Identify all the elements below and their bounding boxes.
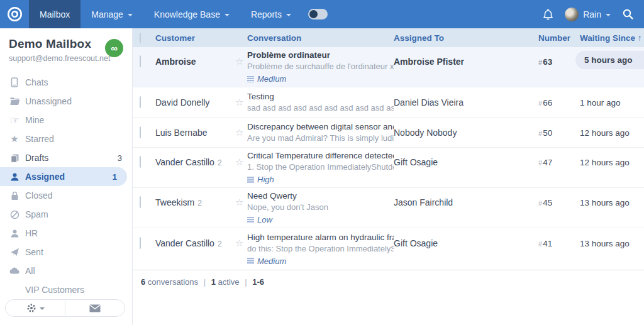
conversation-number: 50 [543, 128, 552, 138]
row-checkbox[interactable] [140, 156, 141, 168]
header-waiting-since[interactable]: Waiting Since ↑ [580, 33, 644, 43]
header-number[interactable]: Number [538, 33, 580, 43]
table-row[interactable]: David Donelly ☆ Testing sad asd asd asd … [133, 87, 644, 118]
row-checkbox[interactable] [140, 196, 141, 208]
assignee-name: Daniel Dias Vieira [394, 97, 464, 107]
sidebar-item-label: Closed [25, 190, 53, 201]
priority-tag[interactable]: Medium [247, 256, 394, 266]
nav-mailbox[interactable]: Mailbox [29, 0, 80, 28]
sidebar-item-hr[interactable]: HR [0, 224, 132, 243]
sidebar-item-label: HR [25, 228, 38, 238]
ban-icon [9, 209, 20, 220]
star-toggle[interactable]: ☆ [235, 97, 247, 108]
conversation-number: 66 [543, 98, 552, 107]
priority-label: Low [257, 215, 272, 224]
active-label[interactable]: active [218, 277, 240, 287]
conversation-number: 45 [543, 198, 552, 207]
connection-status-badge[interactable]: ∞ [105, 39, 123, 57]
sidebar-item-chats[interactable]: Chats [0, 73, 132, 92]
list-footer: 6 conversations | 1 active | 1-6 [133, 270, 644, 287]
sidebar-item-label: Chats [25, 77, 48, 87]
user-menu[interactable]: Rain [565, 8, 611, 21]
table-row[interactable]: Vander Castillo2 ☆ High temperature alar… [133, 228, 644, 270]
paper-plane-icon [9, 246, 20, 258]
sidebar-item-spam[interactable]: Spam [0, 205, 132, 224]
customer-name: David Donelly [155, 97, 209, 107]
star-toggle[interactable]: ☆ [235, 197, 247, 208]
row-checkbox[interactable] [140, 126, 141, 138]
assignee-name: Gift Osagie [394, 157, 438, 167]
sidebar-item-assigned[interactable]: Assigned 1 [0, 167, 127, 186]
gear-icon [26, 303, 36, 313]
conversation-preview: Problème de surchauffe de l'ordinateur x… [247, 62, 394, 71]
conversation-number: 41 [543, 239, 552, 248]
sidebar-item-label: Starred [25, 134, 54, 144]
person-icon [9, 228, 20, 239]
brand-logo[interactable] [0, 0, 29, 28]
nav-knowledge-base-label: Knowledge Base [154, 9, 220, 19]
sidebar-item-label: Mine [25, 115, 44, 125]
chevron-down-icon [128, 14, 133, 16]
phone-icon [9, 77, 20, 88]
waiting-since-badge: 5 hours ago [575, 50, 644, 69]
footer-separator: | [242, 277, 250, 287]
star-toggle[interactable]: ☆ [235, 157, 247, 168]
sidebar-item-closed[interactable]: Closed [0, 186, 132, 205]
priority-tag[interactable]: Medium [247, 74, 394, 84]
header-customer[interactable]: Customer [155, 33, 235, 43]
priority-tag[interactable]: High [247, 175, 394, 184]
table-row[interactable]: Tweekism2 ☆ Need Qwerty Nope, you don't … [133, 188, 644, 228]
priority-label: Medium [257, 256, 286, 266]
folder-count: 3 [117, 153, 122, 163]
table-row[interactable]: Luis Bernabe ☆ Discrepancy between digit… [133, 118, 644, 148]
chevron-down-icon [225, 14, 230, 16]
row-checkbox[interactable] [140, 55, 141, 67]
star-toggle[interactable]: ☆ [235, 56, 247, 67]
sort-ascending-icon: ↑ [638, 33, 642, 43]
cloud-icon [9, 265, 20, 277]
table-row[interactable]: Ambroise ☆ Problème ordinateur Problème … [133, 47, 644, 87]
number-hash: # [538, 58, 542, 66]
select-all-checkbox[interactable] [140, 33, 141, 43]
toggle-knob-icon [309, 10, 318, 18]
theme-toggle[interactable] [308, 9, 328, 19]
star-toggle[interactable]: ☆ [235, 238, 247, 249]
notifications-bell-icon[interactable] [543, 9, 553, 20]
folder-icon [9, 96, 20, 107]
priority-tag[interactable]: Low [247, 215, 394, 224]
conversations-count: 6 [141, 277, 145, 287]
assignee-name: Jason Fairchild [394, 197, 453, 207]
row-checkbox[interactable] [140, 237, 141, 249]
conversation-preview: sad asd asd asd asd asd asd asd asd asd … [247, 103, 394, 113]
sidebar-item-label: Assigned [25, 172, 65, 182]
sidebar-item-vip-customers[interactable]: VIP Customers [0, 280, 132, 299]
sidebar-item-label: VIP Customers [25, 285, 84, 295]
lock-icon [9, 190, 20, 201]
chevron-down-icon [606, 14, 611, 16]
assignee-name: Nobody Nobody [394, 128, 457, 138]
folder-list: Chats Unassigned ☞ Mine ★ Starred Drafts… [0, 73, 132, 299]
nav-manage-label: Manage [91, 9, 123, 19]
nav-reports[interactable]: Reports [240, 0, 302, 28]
table-row[interactable]: Vander Castillo2 ☆ Critical Temperature … [133, 148, 644, 188]
sidebar-item-all[interactable]: All [0, 262, 132, 280]
conversation-subject: Critical Temperature difference detected… [247, 151, 394, 160]
row-checkbox[interactable] [140, 96, 141, 108]
sidebar-item-sent[interactable]: Sent [0, 243, 132, 262]
conversation-list: Customer Conversation Assigned To Number… [133, 28, 644, 325]
search-icon[interactable] [622, 8, 634, 20]
chevron-down-icon [40, 307, 45, 310]
nav-manage[interactable]: Manage [80, 0, 143, 28]
star-toggle[interactable]: ☆ [235, 127, 247, 138]
new-conversation-button[interactable] [65, 300, 125, 316]
mailbox-settings-button[interactable] [6, 300, 65, 316]
header-conversation[interactable]: Conversation [247, 33, 394, 43]
conversation-preview: Are you mad Admiral? This is simply ludi… [247, 133, 394, 143]
sidebar-item-starred[interactable]: ★ Starred [0, 129, 132, 148]
header-assigned-to[interactable]: Assigned To [394, 33, 538, 43]
sidebar-item-unassigned[interactable]: Unassigned [0, 92, 132, 111]
list-icon [247, 177, 254, 183]
nav-knowledge-base[interactable]: Knowledge Base [143, 0, 240, 28]
sidebar-item-drafts[interactable]: Drafts 3 [0, 148, 132, 167]
sidebar-item-mine[interactable]: ☞ Mine [0, 111, 132, 129]
